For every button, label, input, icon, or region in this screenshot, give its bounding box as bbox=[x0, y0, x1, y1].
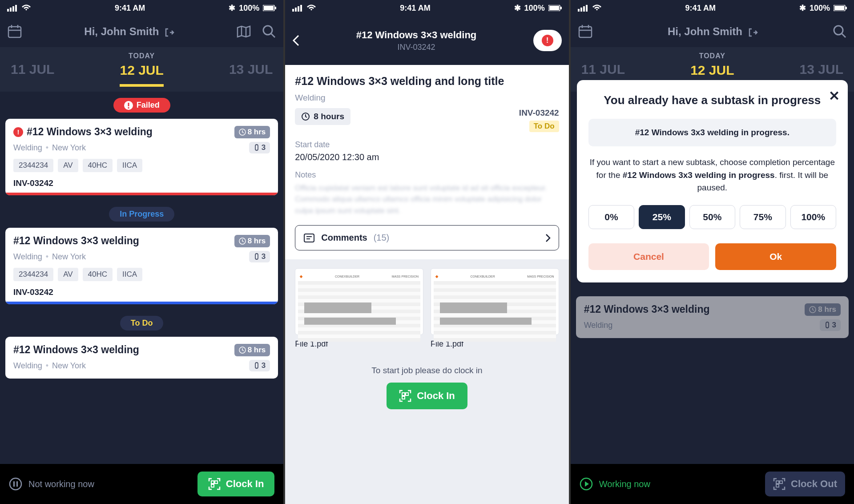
start-label: Start date bbox=[295, 140, 559, 149]
clock-icon bbox=[239, 347, 246, 354]
clock-icon bbox=[239, 129, 246, 136]
pct-100[interactable]: 100% bbox=[790, 205, 836, 229]
status-bar: 9:41 AM ✱100% bbox=[285, 0, 568, 16]
svg-rect-26 bbox=[295, 8, 297, 12]
svg-rect-42 bbox=[586, 5, 588, 12]
task-category: Welding bbox=[13, 143, 42, 153]
calendar-icon[interactable] bbox=[578, 24, 593, 39]
close-icon[interactable]: ✕ bbox=[829, 88, 840, 104]
tag: IICA bbox=[117, 159, 142, 172]
screen-modal: 9:41 AM ✱100% Hi, John Smith 11 JUL TODA… bbox=[571, 0, 854, 504]
date-next[interactable]: 13 JUL bbox=[229, 62, 273, 77]
svg-rect-56 bbox=[776, 484, 779, 487]
file-thumb: ◆CONEXBUILDERMASS PRECISION bbox=[431, 268, 559, 335]
svg-line-12 bbox=[271, 34, 275, 37]
clock-in-label: Clock In bbox=[417, 390, 455, 402]
svg-rect-45 bbox=[846, 7, 847, 9]
svg-rect-54 bbox=[776, 481, 779, 484]
task-subtitle: Welding 3 bbox=[584, 319, 841, 331]
status-right: ✱ 100% bbox=[229, 3, 276, 13]
search-icon[interactable] bbox=[262, 24, 276, 39]
task-card-failed[interactable]: ! #12 Windows 3×3 welding 8 hrs Welding … bbox=[5, 119, 278, 195]
att-count: 3 bbox=[832, 321, 836, 330]
chevron-right-icon bbox=[545, 234, 551, 242]
search-icon[interactable] bbox=[833, 24, 847, 39]
tag: AV bbox=[58, 159, 78, 172]
section-todo: To Do bbox=[120, 316, 164, 331]
modal-text-bold: #12 Windows 3x3 welding in progress bbox=[623, 170, 775, 180]
att-count: 3 bbox=[262, 143, 266, 152]
map-icon[interactable] bbox=[236, 25, 251, 38]
task-scroll[interactable]: Failed ! #12 Windows 3×3 welding 8 hrs W… bbox=[0, 92, 283, 464]
paperclip-icon bbox=[254, 144, 260, 151]
alert-button[interactable]: ! bbox=[533, 30, 562, 51]
svg-rect-46 bbox=[579, 27, 592, 37]
pct-25[interactable]: 25% bbox=[639, 205, 685, 229]
detail-body: #12 Windows 3×3 welding and long title W… bbox=[285, 65, 568, 259]
clock-icon bbox=[239, 238, 246, 245]
task-inv: INV-03242 bbox=[13, 178, 270, 188]
task-location: New York bbox=[52, 143, 86, 153]
svg-rect-25 bbox=[292, 9, 294, 12]
svg-rect-2 bbox=[12, 6, 14, 12]
date-current[interactable]: TODAY 12 JUL bbox=[120, 52, 163, 87]
svg-rect-41 bbox=[583, 6, 585, 12]
modal-info: #12 Windows 3x3 welding in progress. bbox=[588, 119, 836, 146]
attachment-badge: 3 bbox=[249, 251, 270, 262]
tag: 40HC bbox=[83, 268, 113, 281]
clock-in-button[interactable]: Clock In bbox=[197, 472, 275, 496]
inv-number: INV-03242 bbox=[519, 108, 559, 118]
clock-in-button[interactable]: Clock In bbox=[387, 383, 467, 409]
bottom-bar: Working now Clock Out bbox=[571, 464, 854, 504]
task-title: #12 Windows 3×3 welding bbox=[584, 303, 710, 315]
bottom-bar: Not working now Clock In bbox=[0, 464, 283, 504]
task-tags: 2344234 AV 40HC IICA bbox=[13, 159, 270, 172]
pct-75[interactable]: 75% bbox=[740, 205, 786, 229]
task-subtitle: Welding • New York 3 bbox=[13, 360, 270, 371]
greeting-text: Hi, John Smith bbox=[668, 25, 742, 37]
clock-out-button[interactable]: Clock Out bbox=[765, 472, 845, 496]
date-next[interactable]: 13 JUL bbox=[800, 62, 843, 77]
svg-rect-21 bbox=[16, 481, 18, 487]
pct-50[interactable]: 50% bbox=[689, 205, 735, 229]
file-item[interactable]: ◆CONEXBUILDERMASS PRECISION File 1.pdf bbox=[431, 268, 559, 349]
logout-icon[interactable] bbox=[165, 28, 174, 37]
inv-block: INV-03242 To Do bbox=[519, 108, 559, 132]
alert-circle-icon bbox=[124, 101, 133, 110]
work-status: Not working now bbox=[9, 477, 94, 491]
task-card-todo[interactable]: #12 Windows 3×3 welding 8 hrs Welding • … bbox=[5, 337, 278, 379]
comments-row[interactable]: Comments (15) bbox=[295, 225, 559, 250]
section-progress: In Progress bbox=[109, 207, 174, 222]
svg-rect-31 bbox=[560, 7, 562, 9]
wifi-icon bbox=[592, 4, 602, 12]
task-category: Welding bbox=[13, 361, 42, 371]
svg-rect-5 bbox=[264, 6, 274, 10]
back-icon[interactable] bbox=[292, 35, 299, 46]
pause-icon bbox=[9, 477, 22, 491]
svg-line-51 bbox=[842, 34, 846, 37]
task-card-progress[interactable]: #12 Windows 3×3 welding 8 hrs Welding • … bbox=[5, 228, 278, 304]
bluetooth-icon: ✱ bbox=[229, 3, 235, 13]
hours-badge: 8 hrs bbox=[234, 235, 270, 247]
ok-button[interactable]: Ok bbox=[715, 243, 836, 270]
app-header: Hi, John Smith bbox=[0, 16, 283, 47]
svg-rect-55 bbox=[780, 481, 782, 484]
date-underline bbox=[120, 84, 163, 87]
logout-icon[interactable] bbox=[748, 28, 758, 37]
clock-icon bbox=[809, 306, 816, 313]
comments-count: (15) bbox=[374, 233, 390, 243]
work-status-text: Working now bbox=[599, 479, 650, 489]
qr-icon bbox=[773, 478, 786, 490]
hours-text: 8 hrs bbox=[818, 305, 836, 314]
cancel-button[interactable]: Cancel bbox=[588, 243, 709, 270]
date-prev[interactable]: 11 JUL bbox=[581, 62, 625, 77]
failed-label: Failed bbox=[137, 101, 160, 110]
date-selector[interactable]: 11 JUL TODAY 12 JUL 13 JUL bbox=[0, 47, 283, 92]
date-prev[interactable]: 11 JUL bbox=[11, 62, 54, 77]
file-item[interactable]: ◆CONEXBUILDERMASS PRECISION File 1.pdf bbox=[295, 268, 423, 349]
calendar-icon[interactable] bbox=[7, 24, 22, 39]
screen-task-detail: 9:41 AM ✱100% #12 Windows 3×3 welding IN… bbox=[285, 0, 568, 504]
bluetooth-icon: ✱ bbox=[799, 3, 806, 13]
greeting: Hi, John Smith bbox=[668, 25, 758, 38]
pct-0[interactable]: 0% bbox=[588, 205, 634, 229]
